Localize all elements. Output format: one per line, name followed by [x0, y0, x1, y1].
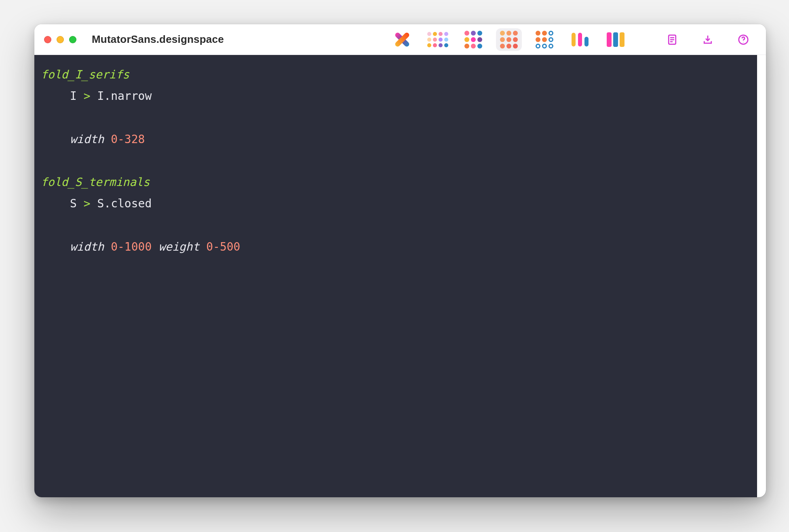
window-title: MutatorSans.designspace	[92, 33, 224, 46]
substitution-line: S > S.closed	[38, 193, 766, 214]
toolbar-grid-pastel[interactable]	[425, 28, 451, 51]
rule-name: fold_I_serifs	[38, 64, 766, 85]
condition-line: width 0-328	[38, 129, 766, 150]
toolbar-grid-color[interactable]	[460, 28, 486, 51]
toolbar-grid-hollow[interactable]	[532, 28, 557, 51]
toolbar-help[interactable]	[730, 28, 756, 51]
axis-range: 0-500	[206, 240, 240, 253]
titlebar: MutatorSans.designspace	[34, 24, 766, 55]
svg-point-5	[743, 42, 744, 42]
minimize-icon[interactable]	[57, 36, 64, 43]
grid-icon	[500, 31, 518, 49]
axis-range: 0-1000	[111, 240, 152, 253]
toolbar-logo-x[interactable]	[389, 28, 415, 51]
close-icon[interactable]	[44, 36, 51, 43]
window-controls	[44, 36, 76, 43]
x-icon	[395, 32, 409, 47]
help-icon	[737, 34, 749, 46]
editor[interactable]: fold_I_serifs I > I.narrow width 0-328 f…	[34, 55, 766, 497]
scrollbar[interactable]	[757, 55, 766, 497]
glyph-from: S	[70, 197, 77, 210]
toolbar-bars[interactable]	[567, 28, 593, 51]
toolbar-download[interactable]	[695, 28, 721, 51]
axis-range: 0-328	[111, 133, 145, 146]
panels-icon	[607, 32, 624, 47]
condition-line: width 0-1000 weight 0-500	[38, 236, 766, 258]
arrow-icon: >	[84, 197, 91, 210]
toolbar	[389, 28, 756, 51]
glyph-from: I	[70, 89, 77, 103]
grid-hollow-icon	[536, 31, 553, 49]
grid-icon	[427, 32, 448, 47]
substitution-line: I > I.narrow	[38, 85, 766, 107]
toolbar-grid-orange[interactable]	[496, 28, 522, 51]
grid-icon	[464, 31, 482, 49]
toolbar-document[interactable]	[659, 28, 685, 51]
zoom-icon[interactable]	[69, 36, 76, 43]
document-icon	[666, 34, 678, 46]
arrow-icon: >	[84, 89, 91, 103]
axis-name: width	[70, 240, 104, 253]
axis-name: weight	[158, 240, 199, 253]
glyph-to: S.closed	[97, 197, 152, 210]
glyph-to: I.narrow	[97, 89, 152, 103]
toolbar-panels[interactable]	[603, 28, 629, 51]
download-icon	[702, 34, 714, 46]
bars-icon	[572, 33, 589, 46]
axis-name: width	[70, 133, 104, 146]
app-window: MutatorSans.designspace	[34, 24, 766, 497]
rule-name: fold_S_terminals	[38, 171, 766, 193]
